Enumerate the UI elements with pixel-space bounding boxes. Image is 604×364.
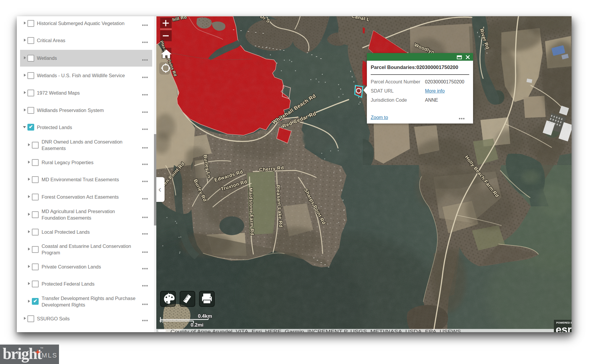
svg-text:0.4km: 0.4km [198,313,212,319]
svg-text:County of Anne Arundel, VITA,: County of Anne Arundel, VITA, Esri, HERE… [170,329,461,332]
svg-text:0.2mi: 0.2mi [191,322,203,328]
svg-text:esri: esri [556,324,572,332]
